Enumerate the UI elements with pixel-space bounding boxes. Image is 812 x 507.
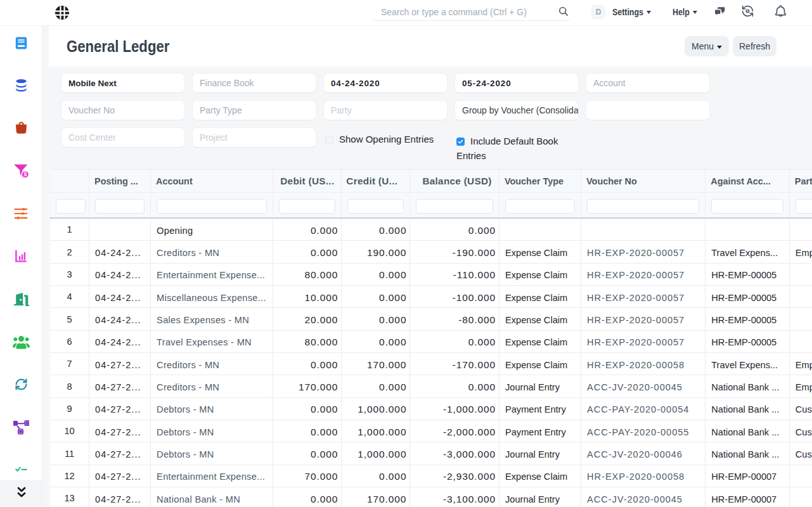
svg-text:$: $ bbox=[23, 171, 27, 177]
